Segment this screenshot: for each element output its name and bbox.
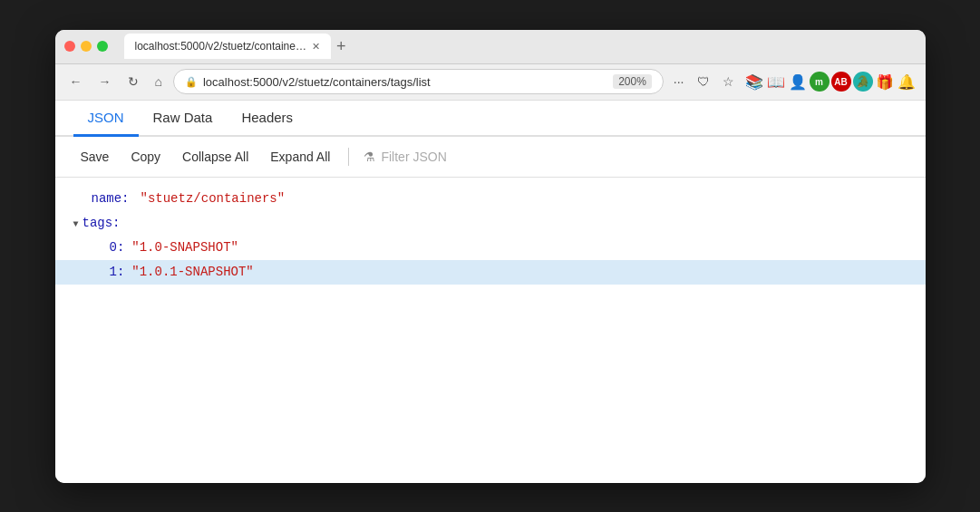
zoom-level: 200% bbox=[613, 74, 652, 89]
browser-toolbar-icons: 📚 📖 👤 m AB 🐊 🎁 🔔 bbox=[744, 72, 917, 92]
tab-title: localhost:5000/v2/stuetz/containe… bbox=[135, 40, 306, 53]
back-button[interactable]: ← bbox=[64, 71, 88, 92]
json-tag-1-line: 1: "1.0.1-SNAPSHOT" bbox=[55, 260, 926, 285]
profile-icon[interactable]: 👤 bbox=[788, 72, 808, 92]
tag-1-index: 1: bbox=[110, 261, 125, 284]
bookmark-button[interactable]: ☆ bbox=[718, 71, 739, 92]
json-content: name: "stuetz/containers" ▼ tags: 0: "1.… bbox=[55, 178, 926, 295]
addon3-icon[interactable]: 🐊 bbox=[853, 72, 873, 92]
tag-1-value: "1.0.1-SNAPSHOT" bbox=[131, 261, 253, 284]
lock-icon: 🔒 bbox=[185, 76, 198, 88]
close-button[interactable] bbox=[64, 41, 75, 52]
collapse-all-button[interactable]: Collapse All bbox=[171, 144, 259, 169]
more-button[interactable]: ··· bbox=[669, 71, 689, 92]
toolbar-divider bbox=[348, 148, 349, 166]
expand-arrow-icon[interactable]: ▼ bbox=[73, 217, 79, 233]
json-name-line: name: "stuetz/containers" bbox=[73, 187, 907, 211]
name-key: name: bbox=[92, 188, 130, 210]
forward-button[interactable]: → bbox=[93, 71, 117, 92]
nav-extras: ··· 🛡 ☆ bbox=[669, 71, 739, 92]
filter-icon: ⚗ bbox=[364, 150, 375, 164]
refresh-button[interactable]: ↻ bbox=[122, 71, 144, 92]
new-tab-button[interactable]: + bbox=[331, 38, 352, 54]
json-toolbar: Save Copy Collapse All Expand All ⚗ Filt… bbox=[55, 137, 926, 178]
expand-all-button[interactable]: Expand All bbox=[259, 144, 341, 169]
tab-headers[interactable]: Headers bbox=[227, 101, 307, 137]
tab-raw-data[interactable]: Raw Data bbox=[139, 101, 228, 137]
tags-key: tags: bbox=[82, 212, 121, 235]
notification-icon[interactable]: 🔔 bbox=[897, 72, 917, 92]
browser-tab[interactable]: localhost:5000/v2/stuetz/containe… ✕ bbox=[124, 34, 331, 59]
reader-icon[interactable]: 📖 bbox=[766, 72, 786, 92]
maximize-button[interactable] bbox=[97, 41, 108, 52]
addon2-icon[interactable]: AB bbox=[831, 72, 851, 92]
title-bar: localhost:5000/v2/stuetz/containe… ✕ + bbox=[55, 30, 926, 64]
tab-json[interactable]: JSON bbox=[73, 101, 139, 137]
address-bar[interactable]: 🔒 200% bbox=[173, 69, 664, 94]
json-tag-0-line: 0: "1.0-SNAPSHOT" bbox=[73, 236, 907, 260]
home-button[interactable]: ⌂ bbox=[150, 71, 168, 92]
json-tags-line: ▼ tags: bbox=[73, 211, 907, 236]
copy-button[interactable]: Copy bbox=[120, 144, 171, 169]
json-viewer-tabs: JSON Raw Data Headers bbox=[55, 101, 926, 137]
traffic-lights bbox=[64, 41, 108, 52]
filter-area: ⚗ Filter JSON bbox=[356, 146, 453, 168]
browser-window: localhost:5000/v2/stuetz/containe… ✕ + ←… bbox=[55, 30, 926, 483]
bookmarks-icon[interactable]: 📚 bbox=[744, 72, 764, 92]
tag-0-index: 0: bbox=[110, 237, 125, 259]
tab-area: localhost:5000/v2/stuetz/containe… ✕ + bbox=[124, 34, 917, 59]
shield-button[interactable]: 🛡 bbox=[693, 71, 714, 92]
name-value: "stuetz/containers" bbox=[141, 188, 286, 210]
browser-content: JSON Raw Data Headers Save Copy Collapse… bbox=[55, 101, 926, 483]
tab-close-icon[interactable]: ✕ bbox=[312, 41, 320, 53]
addon4-icon[interactable]: 🎁 bbox=[875, 72, 895, 92]
filter-label: Filter JSON bbox=[381, 150, 446, 164]
tag-0-value: "1.0-SNAPSHOT" bbox=[131, 237, 238, 259]
save-button[interactable]: Save bbox=[70, 144, 121, 169]
addon1-icon[interactable]: m bbox=[810, 72, 830, 92]
url-input[interactable] bbox=[203, 75, 607, 89]
minimize-button[interactable] bbox=[81, 41, 92, 52]
nav-bar: ← → ↻ ⌂ 🔒 200% ··· 🛡 ☆ 📚 📖 👤 m AB 🐊 🎁 🔔 bbox=[55, 64, 926, 101]
